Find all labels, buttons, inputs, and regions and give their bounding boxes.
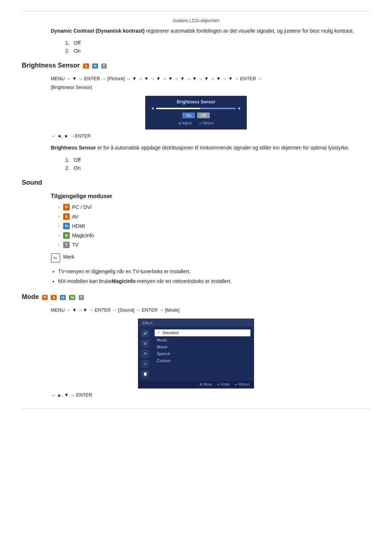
bullet-dot: · xyxy=(58,242,60,248)
mode-item-standard[interactable]: ✓ Standard xyxy=(155,329,250,336)
mode-label-tv: TV xyxy=(72,242,78,248)
bs-description: Brightness Sensor er for å automatisk op… xyxy=(51,144,370,152)
mode-item-music[interactable]: Music xyxy=(155,337,250,343)
slider-track xyxy=(156,108,236,109)
mode-icon-t: T xyxy=(63,242,70,248)
note-label: Merk xyxy=(63,253,74,261)
bs-screen-title: Brightness Sensor xyxy=(150,99,242,104)
sound-subheading: Tilgjengelige moduser xyxy=(51,193,370,200)
dynamic-contrast-bold: Dynamic Contrast (Dynamisk kontrast) xyxy=(51,28,144,34)
brightness-sensor-section: Brightness Sensor A H T MENU → ▼ → ENTER… xyxy=(22,62,370,171)
sound-section: Sound Tilgjengelige moduser · P PC / DVI… xyxy=(22,179,370,285)
sound-modes-list: · P PC / DVI · A AV · H HDMI · M MagicIn… xyxy=(58,204,370,248)
bs-slider-row xyxy=(150,107,242,110)
bs-footer-return: ↩ Return xyxy=(199,121,214,125)
badge-m: M xyxy=(69,295,75,300)
mode-screen-body: 🔊 🖥 ⚙ ⊙ 📋 ✓ Standard Music xyxy=(139,327,253,381)
bullet-dot: · xyxy=(58,232,60,239)
footer-return: ↩ Return xyxy=(235,382,250,386)
sidebar-icon-4: ⊙ xyxy=(141,360,149,368)
mode-label-pc: PC / DVI xyxy=(72,204,91,210)
badge-p: P xyxy=(42,295,48,300)
bs-button-row: On Off xyxy=(150,112,242,118)
bullet-dot: · xyxy=(58,223,60,229)
mode-screen-footer: ⊕ Move ↵ Enter ↩ Return xyxy=(139,381,253,388)
slider-left-dot xyxy=(152,107,154,110)
dynamic-contrast-text: registrerer automatisk fordelingen av de… xyxy=(146,28,354,34)
footer-enter: ↵ Enter xyxy=(217,382,230,386)
dynamic-contrast-section: Dynamic Contrast (Dynamisk kontrast) reg… xyxy=(22,27,370,54)
bs-desc-bold: Brightness Sensor xyxy=(51,145,96,151)
dc-item-1: 1. Off xyxy=(65,40,370,46)
sidebar-icons: 🔊 🖥 ⚙ ⊙ 📋 xyxy=(139,328,152,379)
list-item: · T TV xyxy=(58,242,370,248)
mode-item-movie[interactable]: Movie xyxy=(155,344,250,350)
brightness-sensor-heading: Brightness Sensor A H T xyxy=(22,62,370,69)
list-item: · A AV xyxy=(58,213,370,220)
bs-screen-mockup: Brightness Sensor On Off ⊕ Adjust ↩ Retu… xyxy=(22,96,370,130)
mode-section: Mode P A H M T MENU → ▼ →▼ → ENTER → [So… xyxy=(22,293,370,398)
bs-off-button[interactable]: Off xyxy=(197,112,209,118)
note-bullet-1: TV-menyen er tilgjengelig når en TV-tune… xyxy=(58,268,191,274)
mode-label-hdmi: HDMI xyxy=(72,223,85,229)
note-box: ✏ Merk xyxy=(51,253,370,263)
bs-on-button[interactable]: On xyxy=(182,112,195,118)
dc-item-2: 2. On xyxy=(65,48,370,54)
badge-t2: T xyxy=(79,295,84,300)
mode-menu-list: ✓ Standard Music Movie Speech xyxy=(152,328,253,379)
mode-icon-h: H xyxy=(63,223,70,229)
sidebar-icon-2: 🖥 xyxy=(141,340,149,348)
sidebar-icon-3: ⚙ xyxy=(141,350,149,358)
mode-screen-title: Effect xyxy=(139,319,253,327)
list-item: · M MagicInfo xyxy=(58,232,370,239)
list-item: · P PC / DVI xyxy=(58,204,370,210)
badge-h2: H xyxy=(60,295,66,300)
bs-arrow-instruction: → ◄, ► →ENTER xyxy=(51,133,370,139)
magicinfo-bold: MagicInfo xyxy=(112,278,135,284)
mode-label-magicinfo: MagicInfo xyxy=(72,233,94,238)
page-title: Justere LCD-skjermen xyxy=(22,18,370,23)
list-item: TV-menyen er tilgjengelig når en TV-tune… xyxy=(58,268,370,275)
mode-icon-p: P xyxy=(63,204,70,210)
bs-screen-footer: ⊕ Adjust ↩ Return xyxy=(150,121,242,125)
badge-h: H xyxy=(92,63,98,69)
note-bullets-list: TV-menyen er tilgjengelig når en TV-tune… xyxy=(51,268,370,285)
mode-icon-a: A xyxy=(63,213,70,220)
list-item: · H HDMI xyxy=(58,223,370,229)
badge-t: T xyxy=(101,63,107,69)
mode-heading: Mode P A H M T xyxy=(22,293,370,301)
slider-right-dot xyxy=(238,107,240,110)
sound-heading: Sound xyxy=(22,179,370,186)
bs-menu-path: MENU → ▼ → ENTER → [Picture] → ▼ → ▼ → ▼… xyxy=(51,74,370,91)
mode-label-av: AV xyxy=(72,214,78,219)
mode-menu-path: MENU → ▼ →▼ → ENTER → [Sound] → ENTER → … xyxy=(51,306,370,314)
list-item: MX-modellen kan brukeMagicInfo-menyen nå… xyxy=(58,278,370,285)
badge-a: A xyxy=(83,63,89,69)
bullet-dot: · xyxy=(58,213,60,220)
mode-item-speech[interactable]: Speech xyxy=(155,350,250,357)
sidebar-icon-5: 📋 xyxy=(141,370,149,378)
mode-item-custom[interactable]: Custom xyxy=(155,357,250,364)
mode-icon-m: M xyxy=(63,232,70,239)
bs-item-2: 2. On xyxy=(65,165,370,171)
bs-footer-adjust: ⊕ Adjust xyxy=(178,121,192,125)
mode-arrow-instruction: → ▲, ▼ → ENTER xyxy=(51,392,370,398)
mode-screen-mockup: Effect 🔊 🖥 ⚙ ⊙ 📋 ✓ Standard xyxy=(22,319,370,389)
note-icon: ✏ xyxy=(51,253,60,263)
bullet-dot: · xyxy=(58,204,60,210)
footer-move: ⊕ Move xyxy=(199,382,212,386)
check-icon: ✓ xyxy=(157,331,160,335)
dynamic-contrast-intro: Dynamic Contrast (Dynamisk kontrast) reg… xyxy=(51,27,370,35)
badge-a2: A xyxy=(51,295,57,300)
slider-fill xyxy=(156,108,200,109)
sidebar-icon-1: 🔊 xyxy=(141,329,149,337)
bs-item-1: 1. Off xyxy=(65,157,370,163)
